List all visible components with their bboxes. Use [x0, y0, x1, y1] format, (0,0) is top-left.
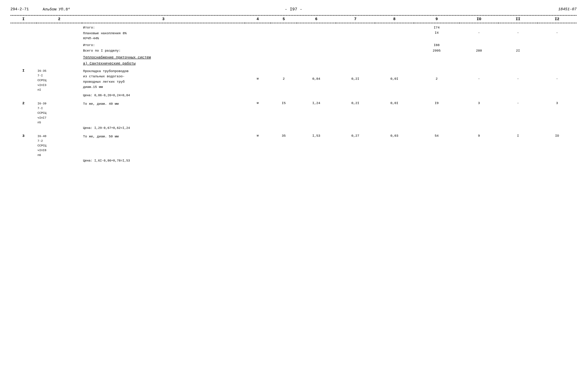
col-header-10: IO — [460, 16, 498, 23]
item-row-2-main: 2 I6-39 7-I ССРСЦ чIпI7 п5 То же, диам. … — [10, 98, 576, 126]
item-2-desc: То же, диам. 40 мм — [82, 98, 245, 126]
doc-number: 294-2-71 — [10, 7, 29, 12]
summary-row-4: Всего по I разделу: 2995 280 2I — [10, 48, 576, 53]
item-1-ref: I6-35 7-I ССРСЦ чIпI3 пI — [36, 67, 82, 93]
summary-val-2-col11: - — [498, 30, 538, 42]
item-2-col8: 0,0I — [375, 98, 414, 126]
item-1-price: Цена: 0,86-0,26+0,24=0,84 — [82, 93, 245, 98]
col-header-9: 9 — [414, 16, 459, 23]
section-title-row: Теплоснабжение приточных систем — [10, 53, 576, 60]
doc-id: 18451-07 — [558, 7, 576, 12]
summary-val-4-col10: 280 — [460, 48, 498, 53]
subsection-title-row: а) Сантехнические работы — [10, 60, 576, 67]
summary-row-2: Плановые накопления 8% НУЧП-44% I4 - - - — [10, 30, 576, 42]
item-3-col9: 54 — [414, 130, 459, 158]
item-2-col10: 3 — [460, 98, 498, 126]
item-row-2-price: Цена: I,29-0,67+0,62=I,24 — [10, 126, 576, 130]
item-1-col9: 2 — [414, 67, 459, 93]
col-header-7: 7 — [336, 16, 375, 23]
summary-val-2-col9: I4 — [414, 30, 459, 42]
col-header-5: 5 — [271, 16, 297, 23]
col-header-2: 2 — [36, 16, 82, 23]
item-2-num: 2 — [10, 98, 36, 126]
item-3-desc: То же, диам. 50 мм — [82, 130, 245, 158]
col-header-8: 8 — [375, 16, 414, 23]
col-header-6: 6 — [297, 16, 336, 23]
item-3-col8: 0,03 — [375, 130, 414, 158]
item-3-unit: м — [245, 130, 271, 158]
item-3-col12: IO — [538, 130, 576, 158]
summary-val-2-col12: - — [538, 30, 576, 42]
item-1-col11: - — [498, 67, 538, 93]
item-3-col6: I,53 — [297, 130, 336, 158]
item-1-num: I — [10, 67, 36, 93]
item-2-price: Цена: I,29-0,67+0,62=I,24 — [82, 126, 245, 130]
item-2-col6: I,24 — [297, 98, 336, 126]
item-3-col10: 9 — [460, 130, 498, 158]
item-3-col11: I — [498, 130, 538, 158]
item-2-col9: I9 — [414, 98, 459, 126]
item-2-col7: 0,2I — [336, 98, 375, 126]
item-1-col8: 0,0I — [375, 67, 414, 93]
item-3-price: Цена: I,6I-0,86+0,78=I,53 — [82, 158, 245, 163]
doc-album: Альбом УП.8⁴ — [43, 7, 70, 12]
summary-val-1-col9: I74 — [414, 23, 459, 30]
summary-val-4-col11: 2I — [498, 48, 538, 53]
column-headers: I 2 3 4 5 6 7 8 9 IO II I2 — [10, 16, 576, 23]
summary-label-3: Итого: — [82, 42, 245, 48]
item-3-num: 3 — [10, 130, 36, 158]
summary-val-3-col9: I88 — [414, 42, 459, 48]
summary-label-1: Итого: — [82, 23, 245, 30]
col-header-4: 4 — [245, 16, 271, 23]
item-2-col12: 3 — [538, 98, 576, 126]
summary-row-3: Итого: I88 — [10, 42, 576, 48]
summary-label-2: Плановые накопления 8% НУЧП-44% — [82, 30, 245, 42]
item-1-col10: - — [460, 67, 498, 93]
item-1-desc: Прокладка трубопроводов из стальных водо… — [82, 67, 245, 93]
item-row-3-main: 3 I6-40 7-2 ССРСЦ чIпI8 п6 То же, диам. … — [10, 130, 576, 158]
summary-row-1: Итого: I74 — [10, 23, 576, 30]
summary-label-4: Всего по I разделу: — [82, 48, 245, 53]
item-row-3-price: Цена: I,6I-0,86+0,78=I,53 — [10, 158, 576, 163]
col-header-1: I — [10, 16, 36, 23]
item-1-unit: м — [245, 67, 271, 93]
subsection-title: а) Сантехнические работы — [82, 60, 576, 67]
summary-val-4-col9: 2995 — [414, 48, 459, 53]
item-1-col7: 0,2I — [336, 67, 375, 93]
item-3-ref: I6-40 7-2 ССРСЦ чIпI8 п6 — [36, 130, 82, 158]
item-3-col5: 35 — [271, 130, 297, 158]
summary-val-2-col10: - — [460, 30, 498, 42]
item-2-col11: - — [498, 98, 538, 126]
item-3-col7: 0,27 — [336, 130, 375, 158]
item-row-1-price: Цена: 0,86-0,26+0,24=0,84 — [10, 93, 576, 98]
page-center: - I97 - — [285, 7, 302, 12]
item-2-ref: I6-39 7-I ССРСЦ чIпI7 п5 — [36, 98, 82, 126]
item-1-col12: - — [538, 67, 576, 93]
item-2-col5: I5 — [271, 98, 297, 126]
item-1-col6: 0,84 — [297, 67, 336, 93]
col-header-12: I2 — [538, 16, 576, 23]
col-header-11: II — [498, 16, 538, 23]
col-header-3: 3 — [82, 16, 245, 23]
item-row-1-main: I I6-35 7-I ССРСЦ чIпI3 пI Прокладка тру… — [10, 67, 576, 93]
item-2-unit: м — [245, 98, 271, 126]
section-title: Теплоснабжение приточных систем — [82, 53, 576, 60]
item-1-col5: 2 — [271, 67, 297, 93]
